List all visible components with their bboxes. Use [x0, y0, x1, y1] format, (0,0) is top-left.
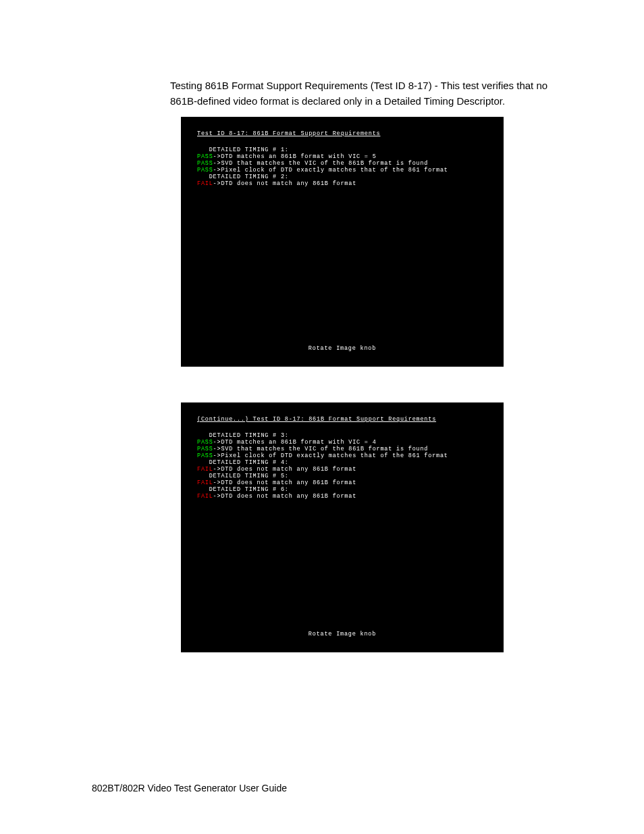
screen2-line: DETAILED TIMING # 3: [197, 432, 289, 439]
screen2-title: (Continue...) Test ID 8-17: 861B Format … [197, 416, 436, 423]
terminal-screen-2: (Continue...) Test ID 8-17: 861B Format … [181, 402, 504, 652]
screen2-line: DETAILED TIMING # 6: [197, 486, 289, 493]
screen1-line: PASS->DTD matches an 861B format with VI… [197, 153, 377, 160]
screen2-line: PASS->SVD that matches the VIC of the 86… [197, 446, 428, 452]
screen2-line: FAIL->DTD does not match any 861B format [197, 493, 356, 500]
screen1-title: Test ID 8-17: 861B Format Support Requir… [197, 130, 380, 137]
screen2-line: DETAILED TIMING # 5: [197, 473, 289, 479]
screen2-line: FAIL->DTD does not match any 861B format [197, 466, 356, 473]
screen2-line: PASS->DTD matches an 861B format with VI… [197, 439, 377, 446]
screen1-line: PASS->Pixel clock of DTD exactly matches… [197, 167, 448, 174]
screen1-line: DETAILED TIMING # 2: [197, 174, 289, 180]
screen2-line: PASS->Pixel clock of DTD exactly matches… [197, 452, 448, 459]
page-footer: 802BT/802R Video Test Generator User Gui… [92, 783, 287, 793]
screen1-line: PASS->SVD that matches the VIC of the 86… [197, 160, 428, 167]
screen1-line: FAIL->DTD does not match any 861B format [197, 180, 356, 187]
rotate-prompt: Rotate Image knob [181, 631, 504, 637]
rotate-prompt: Rotate Image knob [181, 345, 504, 352]
terminal-screen-1: Test ID 8-17: 861B Format Support Requir… [181, 117, 504, 367]
screen2-line: FAIL->DTD does not match any 861B format [197, 479, 356, 486]
screen2-line: DETAILED TIMING # 4: [197, 459, 289, 466]
intro-paragraph: Testing 861B Format Support Requirements… [170, 78, 575, 109]
screen1-line: DETAILED TIMING # 1: [197, 147, 289, 153]
